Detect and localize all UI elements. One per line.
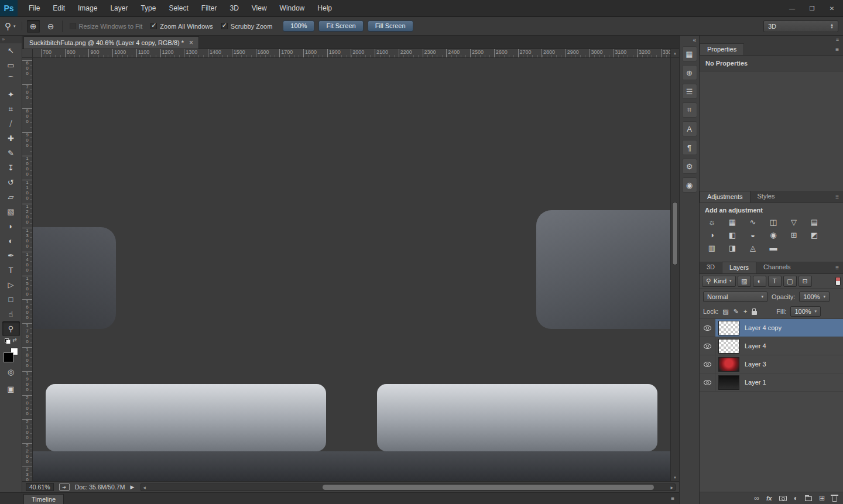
foreground-color-swatch[interactable] [4,352,13,362]
menu-item[interactable]: Edit [46,1,71,16]
hand-tool[interactable]: ☝ [2,307,20,321]
pen-tool[interactable]: ✒ [2,248,20,263]
tool-presets-icon[interactable]: ⚙ [682,159,697,174]
layer-filter-toggle[interactable] [835,277,841,286]
lock-all-icon[interactable] [752,308,757,315]
screen-mode-icon[interactable]: ▣ [2,382,20,396]
histogram-panel-icon[interactable]: ▦ [682,46,697,61]
tab-styles[interactable]: Styles [751,191,782,203]
zoom-action-button[interactable]: Fill Screen [368,20,413,32]
vertical-scrollbar[interactable]: ▼ [670,58,679,481]
invert-icon[interactable]: ◩ [807,230,821,239]
zoom-action-button[interactable]: Fit Screen [318,20,363,32]
eye-icon[interactable] [704,380,711,385]
gradient-map-icon[interactable]: ▬ [766,243,780,252]
menu-item[interactable]: Image [71,1,104,16]
visibility-cell[interactable] [700,337,715,355]
eye-icon[interactable] [704,344,711,349]
status-menu-icon[interactable]: ▶ [130,484,134,490]
blur-tool[interactable]: ◗ [2,219,20,234]
dodge-tool[interactable]: ◐ [2,234,20,248]
black-white-icon[interactable]: ◧ [725,230,739,239]
maximize-button[interactable]: ❐ [802,1,822,15]
scroll-left-arrow[interactable]: ◀ [143,484,146,491]
clone-stamp-tool[interactable]: ↧ [2,160,20,175]
delete-layer-icon[interactable] [832,495,837,502]
document-tab[interactable]: SuckitbitchFuta.png @ 40.6% (Layer 4 cop… [23,36,199,49]
tools-collapse-icon[interactable]: » [0,36,22,43]
menu-item[interactable]: Help [311,1,338,16]
fill-field[interactable]: 100% ▾ [790,306,821,317]
history-brush-tool[interactable]: ↺ [2,175,20,190]
photo-filter-icon[interactable]: ◒ [746,230,760,239]
channel-mixer-icon[interactable]: ◉ [766,230,780,239]
filter-type-layers-icon[interactable]: T [768,276,782,287]
zoom-in-icon[interactable]: ⊕ [27,20,40,33]
layer-thumbnail[interactable] [718,375,739,390]
zoom-out-icon[interactable]: ⊖ [44,20,57,33]
crop-tool[interactable]: ⌗ [2,102,20,116]
menu-item[interactable]: File [22,1,46,16]
option-checkbox[interactable]: Scrubby Zoom [221,23,273,30]
quick-selection-tool[interactable]: ✦ [2,87,20,102]
panel-menu-icon[interactable]: ≡ [835,46,839,53]
brush-tool[interactable]: ✎ [2,146,20,160]
lock-pixels-icon[interactable]: ✎ [734,308,739,316]
color-lookup-icon[interactable]: ⊞ [787,230,801,239]
adjustment-layer-icon[interactable]: ◐ [794,495,798,502]
lock-position-icon[interactable]: + [743,308,747,315]
hue-saturation-icon[interactable]: ▤ [807,217,821,227]
layer-effects-icon[interactable]: fx [766,495,772,502]
tab-channels[interactable]: Channels [756,262,797,273]
layer-entry[interactable]: Layer 4 [715,337,843,355]
eye-icon[interactable] [704,362,711,367]
threshold-icon[interactable]: ◨ [725,243,739,252]
zoom-action-button[interactable]: 100% [283,20,314,32]
character-panel-icon[interactable]: A [682,121,697,136]
default-colors-icon[interactable] [5,338,9,342]
close-tab-icon[interactable]: × [189,39,193,47]
curves-icon[interactable]: ∿ [746,217,760,227]
path-selection-tool[interactable]: ▷ [2,277,20,292]
brightness-contrast-icon[interactable]: ☼ [705,217,719,227]
vertical-scrollbar-thumb[interactable] [672,202,678,265]
menu-item[interactable]: View [245,1,273,16]
layer-row[interactable]: Layer 3 [700,355,843,373]
tab-layers[interactable]: Layers [722,262,756,273]
layer-group-icon[interactable] [805,495,812,501]
expand-panels-icon[interactable]: « [690,36,699,44]
checkbox-box[interactable] [150,23,157,29]
option-checkbox[interactable]: Zoom All Windows [150,23,213,30]
option-checkbox[interactable]: Resize Windows to Fit [70,23,143,30]
layer-mask-icon[interactable] [779,496,787,501]
ruler-origin-corner[interactable] [22,49,33,58]
quick-mask-icon[interactable]: ◎ [2,365,20,379]
lock-transparency-icon[interactable]: ▨ [722,308,728,316]
levels-icon[interactable]: ▦ [725,217,739,227]
vertical-ruler[interactable]: 600 700 800 900 1000 1100 [22,58,33,481]
menu-item[interactable]: Layer [104,1,134,16]
layer-filter-kind-select[interactable]: ⚲ Kind ▾ [702,276,736,287]
link-layers-icon[interactable]: ∞ [754,495,759,502]
healing-brush-tool[interactable]: ✚ [2,131,20,146]
layer-row[interactable]: Layer 4 copy [700,319,843,337]
eraser-tool[interactable]: ▱ [2,190,20,204]
zoom-level-field[interactable]: 40.61% [26,483,54,491]
checkbox-box[interactable] [70,23,76,29]
rectangle-tool[interactable]: □ [2,292,20,307]
layer-thumbnail[interactable] [718,357,739,372]
navigator-panel-icon[interactable]: ⊕ [682,65,697,80]
panel-menu-icon[interactable]: ≡ [835,194,839,200]
eye-icon[interactable] [704,325,711,331]
gradient-tool[interactable]: ▧ [2,204,20,219]
lasso-tool[interactable]: ⌒ [2,73,20,87]
clone-source-icon[interactable]: ◉ [682,177,697,193]
visibility-cell[interactable] [700,373,715,391]
horizontal-ruler[interactable]: 700 800 900 1000 1100 1200 [33,49,670,58]
filter-shape-layers-icon[interactable]: ▢ [783,276,797,287]
layer-thumbnail[interactable] [718,339,739,354]
filter-pixel-layers-icon[interactable]: ▨ [738,276,751,287]
layer-entry[interactable]: Layer 1 [715,373,843,391]
horizontal-scrollbar-thumb[interactable] [323,485,653,490]
filter-smart-objects-icon[interactable]: ⊡ [799,276,812,287]
